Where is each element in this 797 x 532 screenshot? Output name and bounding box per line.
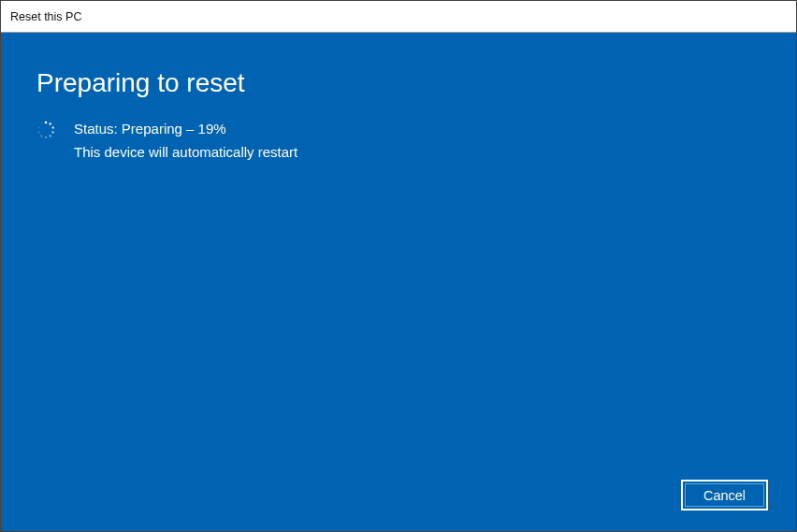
page-heading: Preparing to reset — [36, 68, 245, 98]
svg-point-5 — [45, 137, 47, 138]
status-line: Status: Preparing – 19% — [74, 119, 297, 138]
window-title: Reset this PC — [10, 10, 81, 23]
status-state: Preparing — [122, 121, 182, 137]
spinner-icon — [36, 121, 55, 139]
svg-point-7 — [37, 132, 39, 134]
status-row: Status: Preparing – 19% This device will… — [36, 119, 297, 160]
status-percent: 19% — [198, 121, 226, 137]
status-separator: – — [182, 121, 198, 137]
status-subtext: This device will automatically restart — [74, 144, 297, 160]
status-prefix: Status: — [74, 121, 122, 137]
svg-point-3 — [51, 131, 53, 133]
dialog-window: Reset this PC Preparing to reset — [0, 0, 797, 532]
status-text-block: Status: Preparing – 19% This device will… — [74, 119, 297, 160]
svg-point-2 — [51, 126, 53, 128]
dialog-content: Preparing to reset — [1, 33, 796, 531]
svg-point-1 — [49, 122, 51, 125]
cancel-button[interactable]: Cancel — [681, 480, 768, 510]
svg-point-9 — [40, 123, 42, 125]
svg-point-0 — [45, 122, 48, 124]
svg-point-6 — [40, 135, 42, 137]
svg-point-4 — [50, 135, 51, 137]
svg-point-8 — [38, 127, 40, 129]
titlebar: Reset this PC — [1, 1, 796, 33]
